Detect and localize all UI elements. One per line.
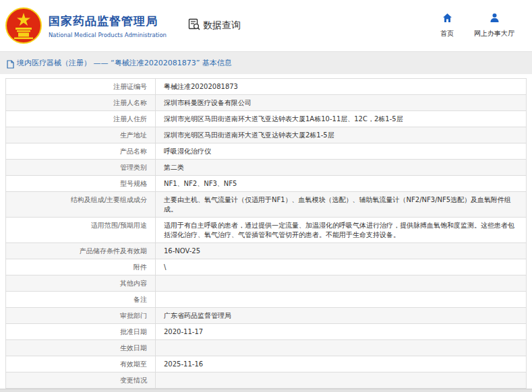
row-value xyxy=(156,275,526,291)
row-label: 注册证编号 xyxy=(6,79,156,94)
row-label: 有效期至 xyxy=(6,356,156,372)
table-row: 附件 \ xyxy=(6,259,526,275)
row-label: 审批部门 xyxy=(6,308,156,323)
table-row: 注册证编号 粤械注准20202081873 xyxy=(6,79,526,95)
row-value: 广东省药品监督管理局 xyxy=(156,308,526,323)
row-label: 其他内容 xyxy=(6,275,156,291)
row-value: 第二类 xyxy=(156,160,526,175)
table-row: 结构及组成/主要组成成分 主要由主机、氧气流量计（仅适用于NF1）、血氧模块（选… xyxy=(6,192,526,218)
row-value: 适用于有自主呼吸的患者，通过提供一定流量、加温湿化的呼吸气体进行治疗，提供脉搏血… xyxy=(156,218,526,242)
row-label: 批准日期 xyxy=(6,324,156,339)
row-value: 呼吸湿化治疗仪 xyxy=(156,143,526,159)
page-title: 境内医疗器械（注册） —— “粤械注准20202081873” 基本信息 xyxy=(17,58,232,68)
site-header: 国家药品监督管理局 National Medical Products Admi… xyxy=(0,0,532,51)
table-row: 其他内容 xyxy=(6,275,526,292)
footer-strip xyxy=(0,389,532,392)
nav-home-label: 首页 xyxy=(440,29,454,38)
national-emblem-logo xyxy=(5,7,42,44)
row-value: 深圳市科曼医疗设备有限公司 xyxy=(156,95,526,110)
row-value xyxy=(156,340,526,356)
row-value: \ xyxy=(156,259,526,275)
breadcrumb-bar: 境内医疗器械（注册） —— “粤械注准20202081873” 基本信息 xyxy=(0,51,532,74)
row-label: 备注 xyxy=(6,292,156,307)
row-value xyxy=(156,292,526,307)
row-label: 生效日期 xyxy=(6,340,156,356)
table-row: 批准日期 2020-11-17 xyxy=(6,324,526,340)
row-value: 深圳市光明区马田街道南环大道飞亚达钟表大厦2栋1-5层 xyxy=(156,127,526,143)
table-row: 适用范围/预期用途 适用于有自主呼吸的患者，通过提供一定流量、加温湿化的呼吸气体… xyxy=(6,218,526,243)
table-row: 产品储存条件及有效期 16-NOV-25 xyxy=(6,243,526,259)
table-row: 生效日期 xyxy=(6,340,526,356)
row-value: 主要由主机、氧气流量计（仅适用于NF1）、血氧模块（选配）、辅助氧流量计（NF2… xyxy=(156,192,526,217)
row-label: 变更情况 xyxy=(6,372,156,388)
brand-text: 国家药品监督管理局 National Medical Products Admi… xyxy=(49,13,167,38)
registration-detail-table: 注册证编号 粤械注准20202081873 注册人名称 深圳市科曼医疗设备有限公… xyxy=(5,78,527,392)
nav-service-hall-label: 网上办事大厅 xyxy=(474,29,514,38)
row-value: 粤械注准20202081873 xyxy=(156,79,526,94)
table-row: 变更情况 xyxy=(6,372,526,389)
data-query-search-icon xyxy=(188,18,200,33)
row-value: 2020-11-17 xyxy=(156,324,526,339)
table-row: 有效期至 2025-11-16 xyxy=(6,356,526,372)
row-label: 注册人住所 xyxy=(6,111,156,127)
table-row: 生产地址 深圳市光明区马田街道南环大道飞亚达钟表大厦2栋1-5层 xyxy=(6,127,526,143)
table-row: 注册人住所 深圳市光明区马田街道南环大道飞亚达钟表大厦1A栋10-11层、12C… xyxy=(6,111,526,127)
table-row: 型号规格 NF1、NF2、NF3、NF5 xyxy=(6,176,526,192)
row-value: NF1、NF2、NF3、NF5 xyxy=(156,176,526,191)
document-icon xyxy=(7,59,14,67)
row-value: 2025-11-16 xyxy=(156,356,526,372)
nav-service-hall[interactable]: 网上办事大厅 xyxy=(474,13,514,38)
nav-home[interactable]: 首页 xyxy=(440,13,454,38)
data-query-nav[interactable]: 数据查询 xyxy=(188,18,241,33)
row-label: 生产地址 xyxy=(6,127,156,143)
row-label: 附件 xyxy=(6,259,156,275)
row-value: 深圳市光明区马田街道南环大道飞亚达钟表大厦1A栋10-11层、12C，2栋1-5… xyxy=(156,111,526,127)
org-name-cn: 国家药品监督管理局 xyxy=(49,13,167,29)
row-value xyxy=(156,372,526,388)
org-name-en: National Medical Products Administration xyxy=(49,32,167,38)
row-label: 注册人名称 xyxy=(6,95,156,110)
data-query-label: 数据查询 xyxy=(203,20,241,32)
header-nav: 首页 网上办事大厅 xyxy=(440,13,514,38)
row-label: 结构及组成/主要组成成分 xyxy=(6,192,156,217)
row-label: 适用范围/预期用途 xyxy=(6,218,156,242)
table-row: 审批部门 广东省药品监督管理局 xyxy=(6,308,526,324)
row-label: 型号规格 xyxy=(6,176,156,191)
table-row: 管理类别 第二类 xyxy=(6,160,526,176)
table-row: 注册人名称 深圳市科曼医疗设备有限公司 xyxy=(6,95,526,111)
row-label: 产品储存条件及有效期 xyxy=(6,243,156,259)
row-value: 16-NOV-25 xyxy=(156,243,526,259)
table-row: 产品名称 呼吸湿化治疗仪 xyxy=(6,143,526,160)
home-icon xyxy=(442,13,452,26)
row-label: 管理类别 xyxy=(6,160,156,175)
user-icon xyxy=(490,13,500,26)
row-label: 产品名称 xyxy=(6,143,156,159)
table-row: 备注 xyxy=(6,292,526,308)
